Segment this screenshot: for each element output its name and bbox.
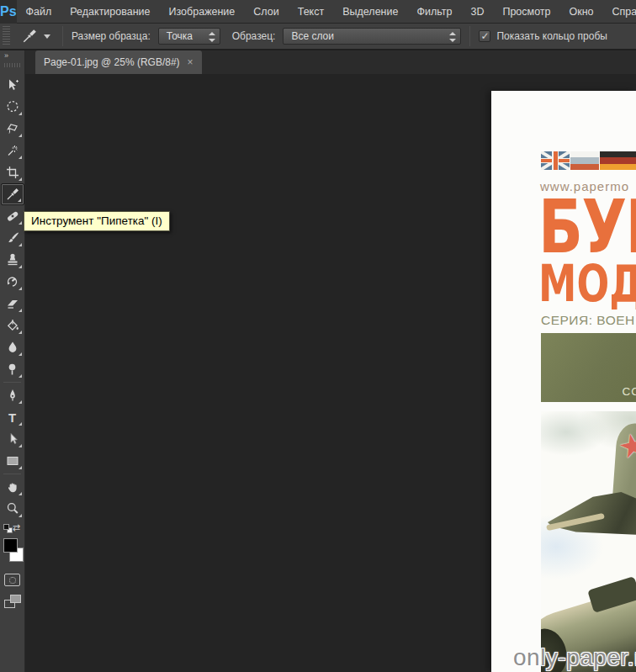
document-tab[interactable]: Page-01.jpg @ 25% (RGB/8#) × [35,50,202,74]
clone-stamp-icon [6,253,19,267]
tool-preset-button[interactable] [19,27,54,45]
healing-brush-icon [6,209,19,223]
flags-row [541,151,636,170]
magic-wand-icon [6,144,19,157]
marquee-tool[interactable] [1,96,24,118]
series-green-box: СС [541,333,636,402]
close-icon[interactable]: × [188,57,193,67]
type-icon: T [8,410,16,425]
photoshop-logo: Ps [0,0,17,24]
quick-mask-icon [9,577,16,584]
blur-tool[interactable] [1,336,24,358]
eyedropper-icon [22,29,37,44]
quick-mask-button[interactable] [4,574,20,586]
foreground-color-swatch[interactable] [3,538,18,553]
crop-icon [6,166,19,179]
magic-wand-tool[interactable] [1,140,24,161]
rectangle-icon [6,454,19,468]
brush-tool[interactable] [1,227,24,249]
move-tool[interactable] [1,74,24,96]
menu-image[interactable]: Изображение [160,0,245,24]
marquee-icon [6,100,19,114]
eraser-icon [6,297,19,310]
divider [3,382,21,383]
healing-brush-tool[interactable] [1,205,24,227]
caret-down-icon [44,34,50,39]
color-swatches [0,537,24,568]
path-selection-tool[interactable] [1,428,24,450]
clone-stamp-tool[interactable] [1,249,24,271]
series-text: СЕРИЯ: ВОЕН [541,313,635,328]
germany-flag [600,151,636,170]
collapse-panel-icon[interactable]: » [0,50,24,62]
eyedropper-icon [6,188,19,201]
screen-mode-button[interactable] [4,595,21,608]
sample-size-label: Размер образца: [72,30,151,42]
menu-bar: Ps Файл Редактирование Изображение Слои … [0,0,636,24]
sample-size-value: Точка [167,30,193,42]
sample-size-select[interactable]: Точка [158,28,220,45]
menu-select[interactable]: Выделение [333,0,407,24]
sample-value: Все слои [291,30,334,42]
lasso-icon [6,122,19,135]
history-brush-icon [6,275,19,288]
move-icon [6,78,19,92]
pen-icon [6,389,19,402]
panel-grip[interactable] [4,63,20,67]
sample-select[interactable]: Все слои [283,28,461,45]
hand-icon [6,480,19,494]
default-colors-icon[interactable] [3,524,13,533]
paint-bucket-icon [6,319,19,332]
menu-edit[interactable]: Редактирование [61,0,159,24]
dodge-icon [6,362,19,376]
separator [469,26,470,46]
history-brush-tool[interactable] [1,271,24,293]
aircraft-illustration: ★ [541,411,636,672]
menu-type[interactable]: Текст [289,0,333,24]
magazine-title-line2: МОДЕ [538,262,636,305]
panel-grip[interactable] [3,26,10,46]
russia-flag [570,151,599,170]
options-bar: Размер образца: Точка Образец: Все слои … [0,24,636,50]
type-tool[interactable]: T [1,406,24,428]
show-sampling-ring-checkbox[interactable]: ✓ [479,30,490,42]
color-controls: ⇄ [2,522,23,536]
swap-colors-icon[interactable]: ⇄ [13,522,20,533]
divider [3,474,21,474]
blur-icon [6,341,19,354]
rectangle-tool[interactable] [1,450,24,472]
menu-layers[interactable]: Слои [244,0,288,24]
crop-tool[interactable] [1,161,24,183]
paint-bucket-tool[interactable] [1,315,24,336]
menu-window[interactable]: Окно [560,0,603,24]
tools-panel: » [0,50,25,672]
dodge-tool[interactable] [1,358,24,380]
menu-view[interactable]: Просмотр [493,0,559,24]
separator [62,26,63,46]
eraser-tool[interactable] [1,293,24,315]
hand-tool[interactable] [1,476,24,498]
spinner-icon [209,31,215,43]
magazine-title-line1: БУМ [538,195,636,259]
document-tab-title: Page-01.jpg @ 25% (RGB/8#) [44,56,180,68]
sample-label: Образец: [232,30,276,42]
tab-strip: Page-01.jpg @ 25% (RGB/8#) × [25,50,636,74]
green-box-text: СС [623,385,636,398]
uk-flag [541,151,570,170]
eyedropper-tool[interactable] [1,183,24,205]
brush-icon [6,231,19,245]
lasso-tool[interactable] [1,118,24,140]
zoom-icon [6,502,19,516]
menu-filter[interactable]: Фильтр [407,0,461,24]
menu-file[interactable]: Файл [17,0,61,24]
document-page[interactable]: www.papermo БУМ МОДЕ СЕРИЯ: ВОЕН СС ★ on… [491,91,636,672]
eyedropper-tooltip: Инструмент "Пипетка" (I) [24,211,170,231]
menu-3d[interactable]: 3D [461,0,493,24]
watermark: only-paper.ru [513,644,636,671]
zoom-tool[interactable] [1,498,24,520]
spinner-icon [449,31,456,43]
show-sampling-ring-label: Показать кольцо пробы [496,30,607,42]
menu-help[interactable]: Справка [603,0,636,24]
check-icon: ✓ [480,31,489,41]
pen-tool[interactable] [1,384,24,406]
